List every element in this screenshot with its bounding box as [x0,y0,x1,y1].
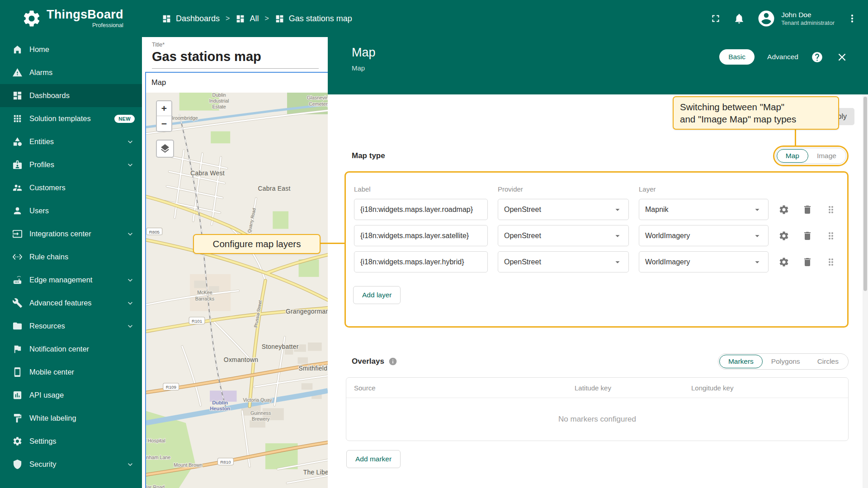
more-menu-icon[interactable] [846,13,858,24]
layer-tile-select[interactable]: WorldImagery [639,225,769,246]
sidebar-item-mobile-center[interactable]: Mobile center [0,361,142,384]
sidebar-item-label: Edge management [29,276,92,284]
sidebar-item-entities[interactable]: Entities [0,130,142,153]
sidebar-item-label: Profiles [29,160,54,169]
sidebar-item-dashboards[interactable]: Dashboards [0,84,142,107]
map-canvas[interactable]: R805R101R109R810DublinIndustrialEstateGl… [146,93,328,488]
svg-text:R109: R109 [166,385,176,389]
select-value: Mapnik [645,206,669,214]
brand-subtitle: Professional [47,22,123,28]
delete-layer-trash-icon[interactable] [802,230,813,241]
breadcrumb-item[interactable]: Gas stations map [275,14,352,23]
sidebar-item-users[interactable]: Users [0,199,142,222]
zoom-out-button[interactable]: − [157,116,171,131]
scrollbar-thumb[interactable] [863,97,867,291]
sidebar-item-edge-management[interactable]: Edge management [0,268,142,291]
sidebar-item-rule-chains[interactable]: Rule chains [0,245,142,268]
layer-settings-gear-icon[interactable] [778,230,789,241]
layer-settings-gear-icon[interactable] [778,204,789,215]
map-label: McKee [197,290,212,295]
close-icon[interactable] [836,51,848,63]
sidebar-item-settings[interactable]: Settings [0,430,142,453]
sidebar-item-api-usage[interactable]: API usage [0,384,142,407]
sidebar-item-alarms[interactable]: Alarms [0,61,142,84]
map-label: Glasnevin [307,95,328,100]
app-root: ThingsBoard Professional Dashboards>All>… [0,0,868,488]
zoom-in-button[interactable]: + [157,101,171,116]
sidebar-item-integrations-center[interactable]: Integrations center [0,222,142,245]
sidebar-item-label: Dashboards [29,91,70,100]
layer-settings-gear-icon[interactable] [778,257,789,267]
sidebar-item-label: Entities [29,137,54,146]
sidebar-item-profiles[interactable]: Profiles [0,153,142,176]
sidebar-item-customers[interactable]: Customers [0,176,142,199]
title-field-value: Gas stations map [152,48,319,69]
chevron-down-icon [126,322,135,331]
sidebar-item-security[interactable]: Security [0,453,142,476]
map-type-option-image[interactable]: Image [808,149,845,163]
delete-layer-trash-icon[interactable] [802,204,813,215]
drag-handle-icon[interactable] [826,257,836,267]
markers-column-header: Latitude key [575,384,691,392]
add-marker-button[interactable]: Add marker [346,450,401,468]
advanced-features-icon [12,298,23,308]
layer-row-actions [778,230,840,241]
layer-provider-select[interactable]: OpenStreet [498,199,629,220]
delete-layer-trash-icon[interactable] [802,257,813,267]
sidebar-item-home[interactable]: Home [0,38,142,61]
sidebar-item-resources[interactable]: Resources [0,314,142,338]
thingsboard-logo-icon [22,9,42,28]
topbar-actions: John Doe Tenant administrator [710,9,868,28]
drag-handle-icon[interactable] [826,204,836,215]
fullscreen-icon[interactable] [710,13,722,24]
layer-label-input[interactable]: {i18n:widgets.maps.layer.satellite} [354,225,488,246]
home-icon [12,44,23,55]
layer-label-input[interactable]: {i18n:widgets.maps.layer.roadmap} [354,199,488,220]
notifications-bell-icon[interactable] [733,13,745,24]
layer-tile-select[interactable]: WorldImagery [639,251,769,272]
layer-provider-select[interactable]: OpenStreet [498,225,629,246]
add-layer-button[interactable]: Add layer [353,286,401,304]
breadcrumb-label: Dashboards [176,14,220,23]
user-menu[interactable]: John Doe Tenant administrator [757,9,835,28]
chevron-down-icon [126,160,135,169]
map-label: Guinness [250,410,271,416]
panel-subtitle: Map [352,64,850,72]
overlays-tab-markers[interactable]: Markers [719,355,763,368]
map-widget[interactable]: Map R805R101R109R810DublinIndustrialEsta… [145,72,328,488]
sidebar-item-notification-center[interactable]: Notification center [0,338,142,361]
panel-scrollbar[interactable] [863,94,868,488]
layer-row-actions [778,257,840,267]
brand-logo[interactable]: ThingsBoard Professional [0,9,142,28]
select-value: WorldImagery [645,258,690,266]
user-role: Tenant administrator [781,19,835,26]
layer-provider-select[interactable]: OpenStreet [498,251,629,272]
map-layers-control[interactable] [156,140,174,158]
layer-tile-select[interactable]: Mapnik [639,199,769,220]
panel-header-actions: Basic Advanced [719,49,848,65]
sidebar-item-white-labeling[interactable]: White labeling [0,407,142,430]
overlays-tab-polygons[interactable]: Polygons [763,355,809,368]
map-type-toggle: MapImage [775,148,846,164]
chevron-down-icon [126,230,135,239]
breadcrumb-item[interactable]: All [236,14,259,23]
overlays-row: Overlays MarkersPolygonsCircles [352,353,849,370]
sidebar-item-solution-templates[interactable]: Solution templates NEW [0,107,142,130]
breadcrumb-item[interactable]: Dashboards [162,14,220,23]
caret-down-icon [752,257,762,267]
map-type-option-map[interactable]: Map [777,149,808,163]
advanced-mode-toggle[interactable]: Advanced [767,53,798,61]
sidebar-item-advanced-features[interactable]: Advanced features [0,291,142,314]
info-icon[interactable] [388,357,397,366]
layer-label-input[interactable]: {i18n:widgets.maps.layer.hybrid} [354,251,488,272]
white-labeling-icon [12,413,23,423]
basic-mode-toggle[interactable]: Basic [719,49,755,65]
settings-panel-header: Map Map Basic Advanced [328,37,868,94]
breadcrumb: Dashboards>All>Gas stations map [162,14,352,23]
drag-handle-icon[interactable] [826,230,836,241]
integrations-icon [12,229,23,239]
help-icon[interactable] [811,51,823,63]
svg-text:R810: R810 [220,460,231,465]
dashboard-title-field[interactable]: Title* Gas stations map [142,37,328,69]
overlays-tab-circles[interactable]: Circles [809,355,847,368]
